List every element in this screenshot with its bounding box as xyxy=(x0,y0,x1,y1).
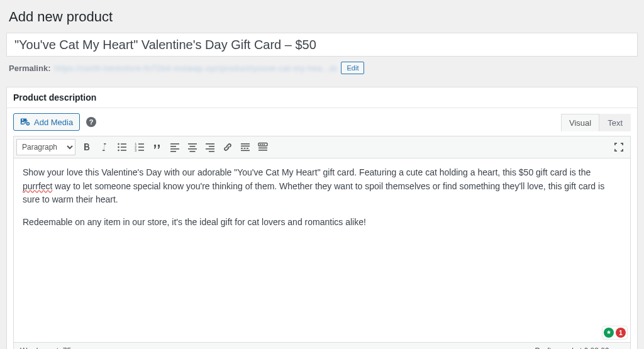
svg-rect-10 xyxy=(138,147,144,148)
product-description-panel: Product description Add Media ? Visual T… xyxy=(6,87,638,349)
svg-rect-36 xyxy=(258,150,267,151)
align-left-button[interactable] xyxy=(166,138,184,156)
permalink-url[interactable]: https://north-herenfore-fo72b4-instawp.x… xyxy=(54,64,337,73)
svg-rect-33 xyxy=(262,144,263,145)
svg-rect-29 xyxy=(247,148,248,149)
insert-link-button[interactable] xyxy=(219,138,236,156)
svg-rect-23 xyxy=(206,148,214,150)
svg-rect-21 xyxy=(206,143,214,145)
svg-rect-12 xyxy=(138,150,144,151)
svg-rect-28 xyxy=(244,148,246,149)
draft-saved-status: Draft saved at 6:02:09 am. xyxy=(535,346,624,350)
add-media-label: Add Media xyxy=(34,118,73,127)
svg-rect-27 xyxy=(241,148,243,149)
svg-point-1 xyxy=(118,143,119,145)
svg-rect-35 xyxy=(258,148,267,149)
svg-rect-34 xyxy=(264,144,265,145)
permalink-label: Permalink: xyxy=(9,64,50,73)
svg-rect-25 xyxy=(241,143,250,145)
bullet-list-button[interactable] xyxy=(113,138,131,156)
svg-rect-14 xyxy=(170,146,176,147)
svg-rect-22 xyxy=(209,146,214,147)
editor-toolbar: Paragraph 123 xyxy=(13,136,631,158)
word-count-value: 75 xyxy=(63,346,71,350)
body-p2: Redeemable on any item in our store, it'… xyxy=(23,216,621,230)
svg-rect-16 xyxy=(170,151,176,152)
spellcheck-underline: purrfect xyxy=(23,181,52,191)
svg-rect-26 xyxy=(241,146,250,147)
svg-text:3: 3 xyxy=(135,148,136,152)
tab-visual[interactable]: Visual xyxy=(561,114,599,131)
svg-rect-4 xyxy=(121,147,126,148)
svg-rect-18 xyxy=(190,146,196,147)
format-select[interactable]: Paragraph xyxy=(16,139,75,155)
svg-rect-20 xyxy=(190,151,196,152)
align-right-button[interactable] xyxy=(201,138,219,156)
page-title: Add new product xyxy=(6,0,638,33)
italic-button[interactable] xyxy=(96,138,113,156)
add-media-button[interactable]: Add Media xyxy=(13,113,80,131)
svg-rect-15 xyxy=(170,148,179,150)
svg-rect-13 xyxy=(170,143,179,145)
fullscreen-button[interactable] xyxy=(610,138,628,156)
editor-body[interactable]: Show your love this Valentine's Day with… xyxy=(14,158,630,342)
svg-rect-24 xyxy=(209,151,214,152)
editor-footer: Word count: 75 Draft saved at 6:02:09 am… xyxy=(13,343,631,349)
svg-rect-2 xyxy=(121,143,126,145)
word-count-label: Word count: xyxy=(20,346,63,350)
svg-rect-32 xyxy=(260,144,261,145)
assistant-badges[interactable]: 1 xyxy=(602,326,628,340)
blockquote-button[interactable] xyxy=(148,138,166,156)
svg-rect-8 xyxy=(138,143,144,145)
svg-rect-19 xyxy=(188,148,197,150)
panel-heading: Product description xyxy=(7,87,637,108)
assistant-badge-ok-icon[interactable] xyxy=(604,328,614,338)
svg-rect-30 xyxy=(241,150,250,152)
edit-permalink-button[interactable]: Edit xyxy=(341,62,364,74)
body-p1-pre: Show your love this Valentine's Day with… xyxy=(23,167,591,177)
toolbar-toggle-button[interactable] xyxy=(254,138,272,156)
product-title-input[interactable] xyxy=(6,33,638,57)
bold-button[interactable] xyxy=(78,138,96,156)
editor-content-wrapper: Show your love this Valentine's Day with… xyxy=(13,158,631,343)
help-icon[interactable]: ? xyxy=(86,117,96,127)
svg-point-3 xyxy=(118,147,119,148)
svg-point-5 xyxy=(118,150,119,152)
insert-more-button[interactable] xyxy=(236,138,254,156)
svg-rect-17 xyxy=(188,143,197,145)
svg-rect-6 xyxy=(121,150,126,151)
media-icon xyxy=(20,117,30,127)
body-p1-post: way to let someone special know you're t… xyxy=(23,181,604,205)
align-center-button[interactable] xyxy=(184,138,201,156)
assistant-badge-count[interactable]: 1 xyxy=(616,328,626,338)
permalink-row: Permalink: https://north-herenfore-fo72b… xyxy=(6,57,638,78)
numbered-list-button[interactable]: 123 xyxy=(131,138,148,156)
tab-text[interactable]: Text xyxy=(599,114,631,131)
